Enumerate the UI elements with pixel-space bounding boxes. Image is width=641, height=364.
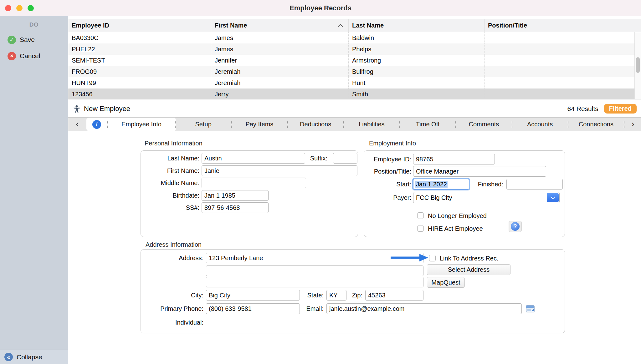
address-label: Address: <box>141 253 203 263</box>
tab-divider <box>287 121 288 128</box>
middle-name-label: Middle Name: <box>141 178 199 188</box>
address-line2-input[interactable] <box>206 265 423 276</box>
collapse-button[interactable]: « Collapse <box>0 350 68 364</box>
city-input[interactable] <box>206 290 300 301</box>
section-title-employment: Employment Info <box>369 140 416 147</box>
payer-dropdown-value: FCC Big City <box>416 194 452 201</box>
position-title-input[interactable] <box>413 166 546 177</box>
payer-dropdown[interactable]: FCC Big City <box>413 192 560 203</box>
sidebar: DO ✓ Save × Cancel « Collapse <box>0 16 68 364</box>
primary-phone-label: Primary Phone: <box>141 303 203 314</box>
tab-divider <box>624 121 624 128</box>
tab-pay-items[interactable]: Pay Items <box>232 118 287 131</box>
save-check-icon: ✓ <box>8 36 16 44</box>
tab-accounts[interactable]: Accounts <box>513 118 567 131</box>
scrollbar-thumb[interactable] <box>636 57 640 73</box>
start-date-input[interactable]: Jan 1 2022 <box>413 179 469 190</box>
payer-label: Payer: <box>364 192 411 203</box>
column-header-employee-id[interactable]: Employee ID <box>68 19 211 32</box>
tab-setup[interactable]: Setup <box>176 118 231 131</box>
tab-employee-info[interactable]: Employee Info <box>108 118 175 131</box>
primary-phone-input[interactable] <box>206 303 300 314</box>
table-row-selected[interactable]: 123456 Jerry Smith <box>68 88 641 99</box>
ss-number-label: SS#: <box>141 202 199 213</box>
middle-name-input[interactable] <box>202 178 306 188</box>
birthdate-input[interactable] <box>202 190 269 201</box>
table-row[interactable]: BA0330C James Baldwin <box>68 32 641 43</box>
table-scrollbar[interactable] <box>634 32 641 99</box>
ss-number-input[interactable] <box>202 202 269 213</box>
table-row[interactable]: HUNT99 Jeremiah Hunt <box>68 77 641 88</box>
collapse-button-label: Collapse <box>17 353 42 361</box>
tab-liabilities[interactable]: Liabilities <box>344 118 399 131</box>
annotation-arrow <box>390 253 428 262</box>
employee-table: Employee ID First Name Last Name Positio… <box>68 19 641 99</box>
last-name-input[interactable] <box>202 153 305 164</box>
finished-date-input[interactable] <box>506 179 563 190</box>
tab-comments[interactable]: Comments <box>456 118 511 131</box>
link-address-checkbox[interactable] <box>429 255 436 261</box>
position-title-label: Position/Title: <box>364 166 411 177</box>
tab-scroll-left-button[interactable]: ‹ <box>68 118 86 131</box>
save-button[interactable]: ✓ Save <box>0 35 68 44</box>
first-name-label: First Name: <box>141 165 199 176</box>
email-input[interactable] <box>326 303 522 314</box>
tab-deductions[interactable]: Deductions <box>288 118 343 131</box>
chevron-right-icon: › <box>631 119 634 129</box>
employee-info-panel: Personal Information Last Name: Suffix: … <box>68 131 641 364</box>
titlebar: Employee Records <box>0 0 641 16</box>
zip-input[interactable] <box>365 290 423 301</box>
column-header-first-name[interactable]: First Name <box>211 19 349 32</box>
first-name-input[interactable] <box>202 165 357 176</box>
tab-scroll-right-button[interactable]: › <box>625 118 641 131</box>
email-label: Email: <box>305 303 324 314</box>
cancel-button-label: Cancel <box>20 52 40 60</box>
tab-time-off[interactable]: Time Off <box>400 118 455 131</box>
section-title-address: Address Information <box>146 241 202 248</box>
tab-connections[interactable]: Connections <box>569 118 623 131</box>
tab-divider <box>568 121 568 128</box>
cancel-x-icon: × <box>8 52 16 60</box>
table-row[interactable]: FROG09 Jeremiah Bullfrog <box>68 66 641 77</box>
state-label: State: <box>305 290 324 301</box>
help-icon: ? <box>511 222 520 231</box>
suffix-label: Suffix: <box>304 153 327 164</box>
selected-tab-group: i Employee Info <box>86 118 176 131</box>
table-row[interactable]: PHEL22 James Phelps <box>68 43 641 55</box>
tab-divider <box>175 121 176 128</box>
tab-bar: ‹ i Employee Info Setup Pay Items Deduct… <box>68 118 641 131</box>
hire-act-label: HIRE Act Employee <box>428 225 483 232</box>
filtered-badge[interactable]: Filtered <box>604 104 637 114</box>
mapquest-button[interactable]: MapQuest <box>427 277 465 288</box>
suffix-input[interactable] <box>333 153 357 164</box>
new-employee-icon <box>73 105 81 113</box>
hire-act-checkbox[interactable] <box>417 225 424 232</box>
email-action-icon[interactable] <box>525 304 535 314</box>
tab-record-info[interactable]: i <box>86 118 107 131</box>
table-row[interactable]: SEMI-TEST Jennifer Armstrong <box>68 55 641 66</box>
employee-id-input[interactable] <box>413 154 495 164</box>
select-address-button[interactable]: Select Address <box>427 264 510 275</box>
individual-label: Individual: <box>141 317 203 328</box>
address-line3-input[interactable] <box>206 277 423 287</box>
column-header-position-title[interactable]: Position/Title <box>485 19 641 32</box>
tab-divider <box>231 121 232 128</box>
chevron-down-icon <box>550 194 555 199</box>
start-date-label: Start: <box>364 179 411 190</box>
address-info-group: Address: Link To Address Rec. Select Add… <box>141 249 565 333</box>
last-name-label: Last Name: <box>141 153 199 164</box>
window-title: Employee Records <box>0 0 641 16</box>
state-input[interactable] <box>326 290 346 301</box>
no-longer-employed-checkbox[interactable] <box>417 212 424 219</box>
birthdate-label: Birthdate: <box>141 190 199 201</box>
help-button[interactable]: ? <box>509 221 522 232</box>
cancel-button[interactable]: × Cancel <box>0 51 68 61</box>
tab-divider <box>107 121 108 128</box>
save-button-label: Save <box>20 36 35 43</box>
table-header: Employee ID First Name Last Name Positio… <box>68 19 641 32</box>
employment-info-group: Employee ID: Position/Title: Start: Jan … <box>364 150 565 237</box>
no-longer-employed-label: No Longer Employed <box>428 212 487 220</box>
app-window: Employee Records DO ✓ Save × Cancel « Co… <box>0 0 641 364</box>
column-header-last-name[interactable]: Last Name <box>349 19 485 32</box>
dropdown-button[interactable] <box>547 193 559 202</box>
